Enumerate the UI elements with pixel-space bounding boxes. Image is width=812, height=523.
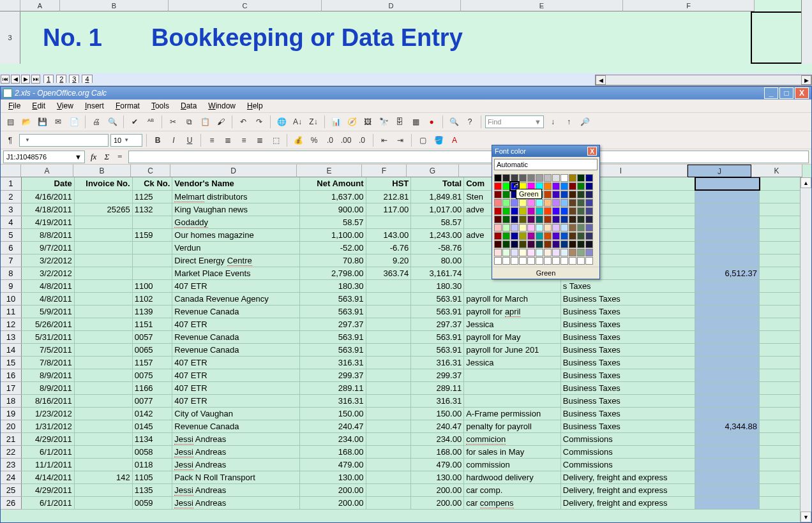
cell-H15[interactable]: Jessica <box>464 356 561 369</box>
cell-E13[interactable]: 563.91 <box>300 330 366 343</box>
redo-icon[interactable]: ↷ <box>252 115 266 129</box>
cell-G17[interactable]: 289.11 <box>411 381 464 394</box>
top-selected-cell[interactable] <box>751 11 807 64</box>
row-header-22[interactable]: 22 <box>1 445 21 458</box>
cell-F6[interactable]: -6.76 <box>366 241 411 254</box>
cell-I23[interactable]: Commissions <box>560 458 695 471</box>
find-prev-icon[interactable]: ↑ <box>562 115 576 129</box>
hscroll-right[interactable]: ▶ <box>801 75 811 85</box>
cell-F23[interactable] <box>366 458 411 471</box>
col-header-D[interactable]: D <box>170 165 297 177</box>
cell-A26[interactable]: 6/1/2011 <box>21 496 74 509</box>
cell-G14[interactable]: 563.91 <box>411 343 464 356</box>
cell-J12[interactable] <box>695 318 760 330</box>
row-header-8[interactable]: 8 <box>1 267 21 279</box>
inc-indent-icon[interactable]: ⇥ <box>393 133 407 147</box>
del-decimal-icon[interactable]: .0 <box>355 133 369 147</box>
swatch[interactable] <box>502 257 510 265</box>
swatch[interactable] <box>536 240 543 248</box>
sort-asc-icon[interactable]: A↓ <box>290 115 304 129</box>
top-hscroll[interactable]: ◀ ▶ <box>595 75 812 85</box>
cell-B21[interactable] <box>74 432 132 445</box>
cell-C20[interactable]: 0145 <box>132 420 172 432</box>
cell-D22[interactable]: Jessi Andreas <box>172 445 300 458</box>
swatch[interactable] <box>560 182 568 190</box>
tab-nav-last[interactable]: ⏭ <box>31 75 40 84</box>
menu-data[interactable]: Data <box>176 100 202 112</box>
cell-B2[interactable] <box>74 190 132 203</box>
cell-D5[interactable]: Our homes magazine <box>172 228 300 241</box>
cell-G11[interactable]: 563.91 <box>411 305 464 318</box>
swatch[interactable] <box>502 232 510 240</box>
merge-icon[interactable]: ⬚ <box>269 133 283 147</box>
cell-D18[interactable]: 407 ETR <box>172 394 300 407</box>
row-header-13[interactable]: 13 <box>1 330 21 343</box>
cell-G25[interactable]: 200.00 <box>411 483 464 496</box>
cell-D12[interactable]: 407 ETR <box>172 318 300 330</box>
cell-I9[interactable]: s Taxes <box>560 279 695 292</box>
cell-F7[interactable]: 9.20 <box>366 254 411 267</box>
column-headers[interactable]: ABCDEFGHIJK <box>1 165 811 177</box>
font-color-panel[interactable]: Font color X Automatic Green <box>492 145 600 279</box>
font-name-combo[interactable]: ▼ <box>19 134 109 147</box>
cell-I25[interactable]: Delivery, freight and express <box>560 483 695 496</box>
record-icon[interactable]: ● <box>425 115 439 129</box>
cell-J25[interactable] <box>695 483 760 496</box>
row-header-11[interactable]: 11 <box>1 305 21 318</box>
swatch[interactable] <box>585 224 593 232</box>
swatch[interactable] <box>569 232 576 240</box>
swatch[interactable] <box>494 182 502 190</box>
cell-B25[interactable] <box>74 483 132 496</box>
row-header-20[interactable]: 20 <box>1 420 21 432</box>
cell-E10[interactable]: 563.91 <box>300 292 366 305</box>
datasource-icon[interactable]: 🗄 <box>393 115 407 129</box>
cell-H13[interactable]: payroll for May <box>464 330 561 343</box>
cell-C12[interactable]: 1151 <box>132 318 172 330</box>
cell-F15[interactable] <box>366 356 411 369</box>
swatch[interactable] <box>552 224 560 232</box>
cell-J14[interactable] <box>695 343 760 356</box>
copy-icon[interactable]: ⧉ <box>182 115 196 129</box>
cell-H20[interactable]: penalty for payroll <box>464 420 561 432</box>
cell-D7[interactable]: Direct Energy Centre <box>172 254 300 267</box>
cell-A20[interactable]: 1/31/2012 <box>21 420 74 432</box>
row-header-24[interactable]: 24 <box>1 471 21 483</box>
cell-A18[interactable]: 8/16/2011 <box>21 394 74 407</box>
cell-D15[interactable]: 407 ETR <box>172 356 300 369</box>
cell-G5[interactable]: 1,243.00 <box>411 228 464 241</box>
row-header-3[interactable]: 3 <box>1 203 21 216</box>
new-icon[interactable]: ▤ <box>3 115 17 129</box>
cell-A24[interactable]: 4/14/2011 <box>21 471 74 483</box>
col-header-A[interactable]: A <box>21 165 73 177</box>
cell-J3[interactable] <box>695 203 760 216</box>
cell-J17[interactable] <box>695 381 760 394</box>
cell-C26[interactable]: 0059 <box>132 496 172 509</box>
vertical-scrollbar[interactable]: ▲ ▼ <box>800 177 811 522</box>
find-combo[interactable]: Find▼ <box>485 115 544 128</box>
cell-B12[interactable] <box>74 318 132 330</box>
swatch[interactable] <box>536 199 543 207</box>
cell-J9[interactable] <box>695 279 760 292</box>
paste-icon[interactable]: 📋 <box>198 115 212 129</box>
cell-A3[interactable]: 4/18/2011 <box>21 203 74 216</box>
swatch[interactable] <box>552 174 560 182</box>
cell-I12[interactable]: Business Taxes <box>560 318 695 330</box>
cell-A25[interactable]: 4/29/2011 <box>21 483 74 496</box>
swatch[interactable] <box>552 240 560 248</box>
cell-C11[interactable]: 1139 <box>132 305 172 318</box>
swatch[interactable] <box>494 232 502 240</box>
col-header-E[interactable]: E <box>297 165 362 177</box>
sheet-tab-4[interactable]: 4 <box>82 75 92 83</box>
number-icon[interactable]: .0 <box>323 133 337 147</box>
cell-G23[interactable]: 479.00 <box>411 458 464 471</box>
cell-E8[interactable]: 2,798.00 <box>300 267 366 279</box>
undo-icon[interactable]: ↶ <box>236 115 250 129</box>
cell-I20[interactable]: Business Taxes <box>560 420 695 432</box>
cell-C2[interactable]: 1125 <box>132 190 172 203</box>
scroll-up[interactable]: ▲ <box>801 177 811 188</box>
cell-A10[interactable]: 4/8/2011 <box>21 292 74 305</box>
cell-E20[interactable]: 240.47 <box>300 420 366 432</box>
minimize-button[interactable]: _ <box>764 87 778 99</box>
fc-swatch-grid[interactable] <box>492 172 599 267</box>
swatch[interactable] <box>569 207 576 215</box>
